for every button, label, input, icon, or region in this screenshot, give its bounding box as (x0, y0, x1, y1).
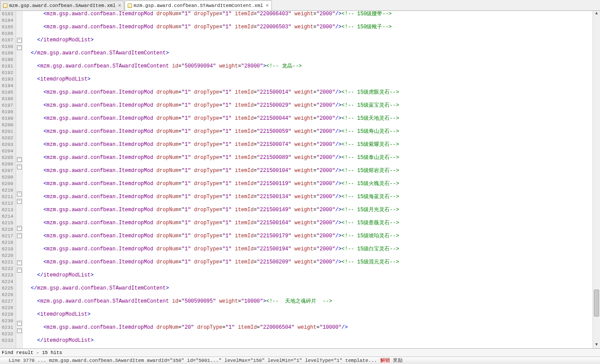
tab-label: mzm.gsp.award.confbean.STAwardItemConten… (134, 3, 263, 8)
vertical-scrollbar[interactable]: ▲ ▼ (593, 11, 600, 348)
fold-toggle-icon[interactable]: − (17, 157, 22, 162)
code-line[interactable]: </mzm.gsp.award.confbean.STAwardItemCont… (24, 285, 591, 292)
status-tail: 奖励 (393, 358, 403, 363)
fold-toggle-icon[interactable]: − (17, 328, 22, 333)
code-line[interactable]: <mzm.gsp.award.confbean.ItemdropMod drop… (24, 155, 591, 161)
code-line[interactable]: <mzm.gsp.award.confbean.ItemdropMod drop… (24, 168, 591, 174)
code-line[interactable]: <mzm.gsp.award.confbean.ItemdropMod drop… (24, 115, 591, 122)
tab-file-0[interactable]: mzm.gsp.award.confbean.SAwardItem.xml × (0, 0, 124, 10)
code-line[interactable]: </itemdropModList> (24, 37, 591, 44)
tab-bar: mzm.gsp.award.confbean.SAwardItem.xml × … (0, 0, 600, 11)
code-line[interactable]: <mzm.gsp.award.confbean.ItemdropMod drop… (24, 207, 591, 213)
code-line[interactable]: <mzm.gsp.award.confbean.ItemdropMod drop… (24, 194, 591, 200)
code-line[interactable]: <mzm.gsp.award.confbean.ItemdropMod drop… (24, 233, 591, 239)
code-line[interactable]: <mzm.gsp.award.confbean.ItemdropMod drop… (24, 11, 591, 17)
fold-toggle-icon[interactable]: − (17, 38, 22, 43)
code-line[interactable]: <mzm.gsp.award.confbean.ItemdropMod drop… (24, 259, 591, 266)
editor-window: mzm.gsp.award.confbean.SAwardItem.xml × … (0, 0, 600, 364)
fold-toggle-icon[interactable]: − (17, 268, 22, 273)
close-icon[interactable]: × (118, 3, 121, 8)
close-icon[interactable]: × (266, 3, 269, 8)
code-line[interactable]: <mzm.gsp.award.confbean.ItemdropMod drop… (24, 102, 591, 109)
scroll-down-icon[interactable]: ▼ (593, 342, 600, 348)
find-result-bar[interactable]: Find result - 15 hits (0, 348, 600, 357)
line-number-gutter: 6183618461856186618761886189619061916192… (0, 11, 16, 348)
code-line[interactable]: <mzm.gsp.award.confbean.ItemdropMod drop… (24, 24, 591, 30)
code-line[interactable]: </itemdropModList> (24, 272, 591, 279)
file-icon (128, 3, 132, 8)
code-editor[interactable]: 6183618461856186618761886189619061916192… (0, 11, 600, 348)
status-highlight: 解锁 (380, 358, 390, 363)
tab-label: mzm.gsp.award.confbean.SAwardItem.xml (9, 3, 115, 8)
code-line[interactable]: <mzm.gsp.award.confbean.ItemdropMod drop… (24, 128, 591, 135)
fold-toggle-icon[interactable]: − (17, 45, 22, 50)
fold-toggle-icon[interactable]: − (17, 321, 22, 326)
code-area[interactable]: <mzm.gsp.award.confbean.ItemdropMod drop… (23, 11, 593, 348)
fold-toggle-icon[interactable]: − (17, 192, 22, 196)
fold-toggle-icon[interactable]: − (17, 260, 22, 265)
code-line[interactable]: <mzm.gsp.award.confbean.ItemdropMod drop… (24, 142, 591, 148)
code-line[interactable]: <mzm.gsp.award.confbean.ItemdropMod drop… (24, 324, 591, 331)
code-line[interactable]: <mzm.gsp.award.confbean.ItemdropMod drop… (24, 246, 591, 253)
code-line[interactable]: <mzm.gsp.award.confbean.ItemdropMod drop… (24, 181, 591, 187)
scroll-thumb[interactable] (594, 290, 599, 317)
status-preview-strip: Line 3770 ... mzm.gsp.award.confbean.SAw… (0, 357, 600, 364)
code-line[interactable]: <mzm.gsp.award.confbean.ItemdropMod drop… (24, 220, 591, 226)
code-line[interactable]: <mzm.gsp.award.confbean.STAwardItemConte… (24, 63, 591, 70)
fold-column[interactable]: −−−−−−−−−−−− (16, 11, 23, 348)
scroll-up-icon[interactable]: ▲ (593, 11, 600, 17)
code-line[interactable]: <itemdropModList> (24, 311, 591, 318)
fold-toggle-icon[interactable]: − (17, 233, 22, 238)
code-line[interactable]: <itemdropModList> (24, 76, 591, 83)
status-mid: mzm.gsp.award.confbean.SAwardItem awardI… (49, 358, 377, 363)
code-line[interactable]: <mzm.gsp.award.confbean.STAwardItemConte… (24, 298, 591, 305)
fold-toggle-icon[interactable]: − (17, 226, 22, 231)
code-line[interactable]: <mzm.gsp.award.confbean.ItemdropMod drop… (24, 89, 591, 96)
fold-toggle-icon[interactable]: − (17, 165, 22, 169)
find-result-text: Find result - 15 hits (2, 350, 62, 355)
status-left: Line 3770 ... (9, 358, 46, 363)
file-icon (3, 3, 7, 8)
tab-file-1[interactable]: mzm.gsp.award.confbean.STAwardItemConten… (125, 0, 272, 10)
code-line[interactable]: </itemdropModList> (24, 337, 591, 344)
code-line[interactable]: </mzm.gsp.award.confbean.STAwardItemCont… (24, 50, 591, 57)
fold-toggle-icon[interactable]: − (17, 199, 22, 204)
